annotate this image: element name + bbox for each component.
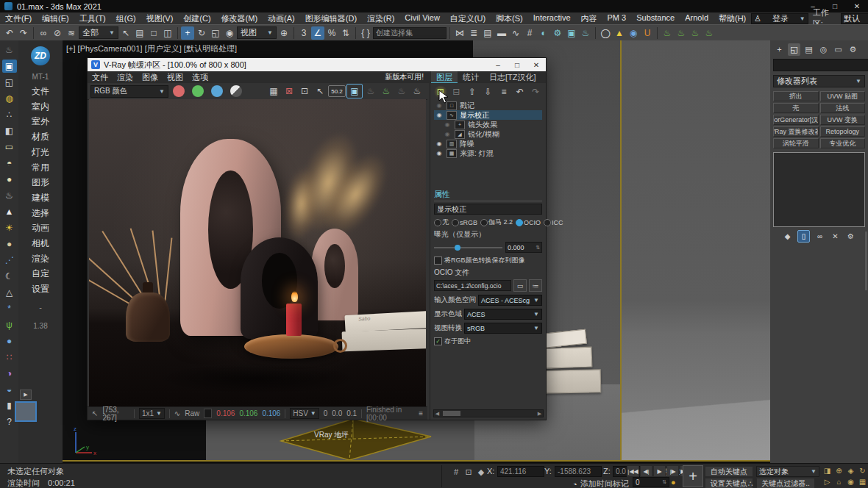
vray-gpu-icon[interactable]: ♨	[689, 26, 702, 40]
align-icon[interactable]: ≣	[467, 26, 480, 40]
modifier-button[interactable]: 涡轮平滑	[773, 138, 819, 148]
sun-icon[interactable]: ☀	[2, 221, 17, 234]
eye-icon[interactable]: ◉	[443, 121, 452, 128]
show-end-result-icon[interactable]: ▯	[797, 230, 810, 243]
vray-ipr-icon[interactable]: ♨	[675, 26, 688, 40]
dock-category-button[interactable]: 材质	[18, 129, 63, 145]
render-last-icon[interactable]: ♨	[363, 85, 378, 98]
selection-filter-dropdown[interactable]: 全部▼	[79, 26, 118, 39]
dock-category-button[interactable]: 相机	[18, 236, 63, 251]
vfb-menu-item[interactable]: 文件	[88, 72, 113, 83]
bind-spacewarp-icon[interactable]: ≋	[65, 26, 78, 40]
modifier-button[interactable]: Retopology	[820, 126, 866, 137]
modifier-button[interactable]: FloorGenerator[汉化]	[773, 115, 819, 125]
ipr-render-icon[interactable]: ♨	[379, 85, 394, 98]
alpha-channel-icon[interactable]	[230, 85, 242, 97]
dock-category-button[interactable]: 常用	[18, 160, 63, 176]
menu-item[interactable]: 修改器(M)	[216, 13, 263, 24]
display-correction-icon[interactable]: ▣	[346, 84, 363, 98]
selection-lock-icon[interactable]: ⊡	[463, 466, 474, 478]
modifier-list-dropdown[interactable]: 修改器列表▼	[773, 75, 865, 87]
layer-denoise[interactable]: ◉ ▥ 降噪	[434, 139, 542, 148]
vfb-menu-item[interactable]: 视图	[163, 72, 188, 83]
absolute-mode-icon[interactable]: ◆	[475, 466, 487, 478]
gizmo-icon[interactable]: ◈	[846, 466, 855, 476]
key-mode-icon[interactable]: ∴	[744, 478, 756, 488]
select-object-icon[interactable]: ↖	[119, 26, 132, 40]
layers-redo-icon[interactable]: ↷	[529, 85, 542, 98]
layer-sharpen-blur[interactable]: ◉ ◢ 锐化/模糊	[434, 129, 542, 139]
next-frame-icon[interactable]: |▶	[666, 465, 679, 477]
layer-stamp[interactable]: ◉ □ 戳记	[434, 101, 542, 110]
layer-display-correction[interactable]: ◉ ∿ 显示校正	[434, 110, 542, 120]
menu-item[interactable]: 图形编辑器(D)	[300, 13, 362, 24]
resolution-icon[interactable]: 50.2	[328, 85, 346, 97]
colorspace-radio[interactable]: 伽马 2.2	[480, 218, 513, 227]
menu-item[interactable]: 文件(F)	[0, 13, 37, 24]
grass-icon[interactable]: ψ	[2, 318, 17, 331]
expand-button[interactable]: ▶	[20, 390, 32, 400]
render-icon[interactable]: ♨	[410, 85, 424, 98]
vfb-close-button[interactable]: ✕	[527, 61, 546, 69]
view-transform-dropdown[interactable]: sRGB▼	[464, 323, 542, 334]
dock-category-button[interactable]: 文件	[18, 84, 63, 99]
window-crossing-icon[interactable]: ◫	[161, 26, 174, 40]
colorspace-radio[interactable]: OCIO	[516, 219, 541, 226]
render-view-icon[interactable]: ▣	[2, 60, 17, 73]
modifier-button[interactable]: 法线	[820, 103, 866, 113]
ring-icon[interactable]: ◯	[599, 26, 612, 40]
redo-icon[interactable]: ↷	[17, 26, 30, 40]
menu-item[interactable]: 帮助(H)	[714, 13, 751, 24]
add-layer-icon[interactable]: ⊞	[434, 85, 447, 98]
menu-item[interactable]: 脚本(S)	[491, 13, 528, 24]
browse-folder-icon[interactable]: ▭	[513, 279, 527, 292]
save-image-icon[interactable]: ▦	[266, 85, 281, 98]
dock-category-button[interactable]: 图形	[18, 175, 63, 190]
sphere-blue-icon[interactable]: ●	[2, 334, 17, 348]
substance-icon[interactable]: U	[641, 26, 654, 40]
material-editor-icon[interactable]: ◐	[537, 26, 550, 40]
edit-named-selections-icon[interactable]: { }	[359, 26, 372, 40]
select-link-icon[interactable]: ∞	[37, 26, 50, 40]
selection-set-dropdown[interactable]: 选定对象▼	[756, 466, 819, 477]
camera-tools-icon[interactable]: ◧	[2, 124, 17, 137]
mountain-icon[interactable]: ▲	[2, 205, 17, 218]
panel-scrollbar[interactable]	[865, 232, 867, 290]
use-center-icon[interactable]: ⊕	[277, 26, 291, 40]
track-mouse-icon[interactable]: ↖	[313, 85, 327, 98]
menu-item[interactable]: Arnold	[680, 13, 714, 24]
stamp-icon[interactable]: ≡	[419, 409, 423, 417]
pan-icon[interactable]: ◉	[846, 477, 855, 487]
menu-item[interactable]: 组(G)	[111, 13, 141, 24]
menu-item[interactable]: 创建(C)	[178, 13, 216, 24]
stop-render-icon[interactable]: ♨	[394, 85, 409, 98]
prev-frame-icon[interactable]: ◀|	[640, 465, 652, 477]
scatter-icon[interactable]: *	[2, 302, 17, 315]
reference-coordinate-dropdown[interactable]: 视图▼	[237, 26, 277, 39]
ribbon-icon[interactable]: ▬	[495, 26, 508, 40]
object-name-field[interactable]	[773, 59, 868, 71]
add-time-tag[interactable]: ◔ 添加时间标记	[572, 478, 629, 488]
frame-number-field[interactable]: 0⇅	[633, 477, 669, 487]
rect-region-icon[interactable]: □	[147, 26, 160, 40]
vfb-panel-tab[interactable]: 统计	[458, 71, 484, 84]
light-lister-icon[interactable]: ◍	[2, 92, 17, 105]
qr-icon[interactable]: ◉	[627, 26, 640, 40]
side-viewport[interactable]	[622, 40, 770, 462]
mirror-icon[interactable]: ⋈	[453, 26, 466, 40]
menu-item[interactable]: Civil View	[399, 13, 444, 24]
layer-source-lightmix[interactable]: ◉ ▦ 来源: 灯混	[434, 148, 542, 158]
dock-category-button[interactable]: 设置	[18, 281, 63, 297]
viewport-label[interactable]: [+] [PhysCamera001] [用户定义] [默认明暗处理]	[66, 43, 237, 54]
eye-icon[interactable]: ◉	[443, 131, 452, 137]
display-gamut-dropdown[interactable]: ACES▼	[464, 309, 542, 320]
workspace-dropdown[interactable]: 默认 ▼	[841, 13, 868, 24]
ocio-path-field[interactable]: C:\aces_1.2\config.ocio	[434, 280, 511, 291]
angle-snap-icon[interactable]: ∠	[311, 26, 324, 40]
create-tab-icon[interactable]: +	[773, 43, 786, 56]
panel-hscrollbar[interactable]: ◀▶	[433, 409, 544, 417]
vfb-panel-tab[interactable]: 日志[TZ汉化]	[484, 71, 541, 84]
dock-category-button[interactable]: 建模	[18, 190, 63, 206]
palette-icon[interactable]: ◑	[2, 367, 17, 380]
snap-3d-icon[interactable]: 3	[297, 26, 310, 40]
